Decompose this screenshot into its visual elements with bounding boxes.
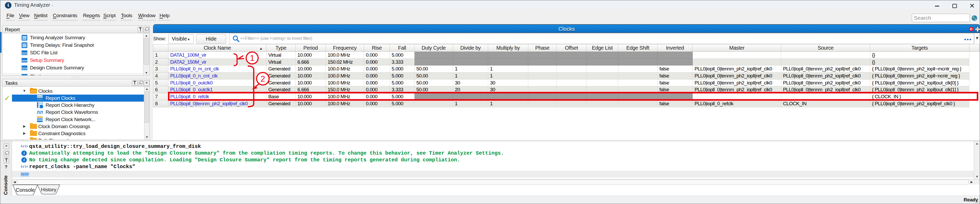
svg-text:Console: Console	[16, 187, 35, 193]
svg-text:1: 1	[250, 54, 254, 63]
svg-text:2: 2	[261, 74, 265, 84]
svg-text:History: History	[41, 187, 56, 192]
